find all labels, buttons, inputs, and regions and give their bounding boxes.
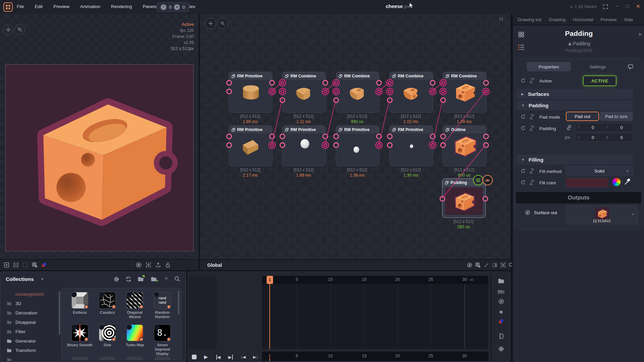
output-port[interactable]: [270, 143, 274, 147]
project-folder-icon[interactable]: [497, 277, 505, 285]
notification-badges[interactable]: ! 0 ✕ 0: [156, 2, 189, 12]
folder-3d[interactable]: 3D: [0, 299, 59, 308]
input-port[interactable]: [387, 142, 393, 148]
menu-file[interactable]: File: [15, 4, 25, 9]
node-graph-panel[interactable]: x1 RM Primitive [512 x 512]1.65 ms RM Co…: [200, 14, 511, 270]
unlink-icon[interactable]: [529, 126, 534, 131]
grid-scrollbar[interactable]: [178, 291, 179, 314]
preview-pan-button[interactable]: [3, 24, 13, 35]
output-port[interactable]: [323, 89, 327, 94]
preview-image[interactable]: [5, 64, 194, 251]
reset-icon[interactable]: [521, 180, 526, 185]
stop-button[interactable]: [191, 354, 198, 360]
reset-icon[interactable]: [521, 114, 526, 119]
menu-panels[interactable]: Panels: [141, 4, 158, 9]
folder-generator[interactable]: Generator: [0, 336, 59, 346]
pad-out-button[interactable]: Pad out: [566, 112, 599, 121]
global-timeline-ruler[interactable]: 1 5 10 15 20 25 30: [262, 352, 488, 361]
fill-color-swatch[interactable]: [566, 178, 608, 187]
output-port[interactable]: [323, 134, 328, 139]
close-button[interactable]: ✕: [636, 3, 640, 9]
selection-frame-icon[interactable]: [22, 262, 29, 268]
transition-icon[interactable]: [498, 333, 504, 340]
center-graph-icon[interactable]: [500, 262, 506, 268]
active-toggle-button[interactable]: ACTIVE: [583, 75, 616, 86]
timeline-grid[interactable]: [262, 284, 488, 349]
input-port[interactable]: [226, 80, 232, 86]
node-rm-primitive-prism[interactable]: RM Primitive [512 x 512]2.17 ms: [229, 125, 272, 166]
input-port[interactable]: [388, 89, 392, 94]
graph-zoom-button[interactable]: [217, 18, 228, 29]
output-port[interactable]: [377, 89, 381, 94]
tab-side[interactable]: Side: [624, 17, 633, 22]
input-port[interactable]: [280, 89, 284, 94]
draw-mode-icon[interactable]: [467, 262, 473, 268]
section-surfaces[interactable]: ▶Surfaces: [516, 89, 633, 99]
fill-method-dropdown[interactable]: Solid ▼: [566, 166, 633, 176]
collection-item-turbo-map[interactable]: Turbo Map: [121, 324, 148, 347]
output-port[interactable]: [270, 89, 274, 94]
padding-top-value[interactable]: 0: [582, 135, 604, 140]
unlink-icon[interactable]: [529, 169, 534, 174]
collection-item-sine[interactable]: Sine: [94, 324, 121, 347]
comment-icon[interactable]: [627, 63, 634, 70]
menu-preview[interactable]: Preview: [52, 4, 71, 9]
anaglyph-icon[interactable]: [498, 318, 504, 325]
surface-tool-icon[interactable]: [498, 298, 504, 305]
node-outline[interactable]: Outline [512 x 512]600 us: [443, 125, 486, 166]
node-rm-combine-3[interactable]: RM Combine [512 x 512]1.02 ms: [389, 72, 432, 113]
minimap-icon[interactable]: [492, 262, 498, 268]
collection-item-seven-segment[interactable]: 8. Seven Segment Display: [149, 324, 176, 356]
reset-icon[interactable]: [521, 78, 526, 83]
surface-out-value[interactable]: [1] 512x512 ▼: [566, 205, 638, 224]
input-port[interactable]: [333, 98, 339, 103]
anaglyph-3d-icon[interactable]: [41, 262, 47, 268]
clipped-thumb[interactable]: [154, 357, 170, 360]
pad-to-size-button[interactable]: Pad to size: [600, 112, 633, 121]
folder-uncategorized[interactable]: uncategorized: [0, 289, 59, 299]
playhead[interactable]: [269, 284, 270, 349]
collection-item-random-random[interactable]: randrand Random Random: [149, 292, 176, 319]
tab-drawing-ext[interactable]: Drawing ext: [518, 17, 541, 22]
current-frame-marker[interactable]: 1: [267, 276, 273, 284]
output-port[interactable]: [323, 80, 328, 86]
collection-item-binary-smooth[interactable]: Binary Smooth: [66, 324, 93, 347]
input-port[interactable]: [280, 134, 285, 139]
node-rm-primitive-cylinder[interactable]: RM Primitive [512 x 512]1.65 ms: [229, 72, 272, 113]
input-port[interactable]: [387, 134, 393, 139]
lock-preview-icon[interactable]: [165, 262, 171, 268]
px-unit-label[interactable]: px: [565, 135, 570, 140]
input-port[interactable]: [440, 98, 446, 103]
refresh-icon[interactable]: [125, 276, 132, 283]
unlink-icon[interactable]: [529, 180, 534, 185]
tab-properties[interactable]: Properties: [527, 62, 571, 71]
folder-transform[interactable]: Transform: [0, 346, 59, 355]
input-port[interactable]: [334, 89, 338, 94]
split-view-icon[interactable]: [13, 262, 19, 268]
output-port[interactable]: [431, 89, 435, 94]
settings-gear-icon[interactable]: [498, 346, 504, 352]
collapse-inspector-icon[interactable]: ▶: [639, 32, 642, 37]
output-port[interactable]: [483, 80, 489, 86]
tab-drawing[interactable]: Drawing: [549, 17, 566, 22]
grid-settings-icon[interactable]: [32, 262, 38, 268]
timeline-ruler[interactable]: 1 5 10 15 20 25 30: [262, 276, 488, 284]
padding-lr-input[interactable]: l0 r0: [575, 123, 633, 132]
export-preview-icon[interactable]: [155, 262, 161, 268]
connection-style-icon[interactable]: [483, 262, 489, 268]
input-port[interactable]: [387, 98, 393, 103]
padding-right-value[interactable]: 0: [610, 125, 633, 130]
node-rm-combine-2[interactable]: RM Combine [512 x 512]990 us: [336, 72, 379, 113]
output-port[interactable]: [430, 134, 436, 139]
eyedropper-icon[interactable]: [624, 178, 631, 185]
add-item-icon[interactable]: +: [164, 275, 168, 283]
grid-settings-icon[interactable]: [475, 262, 481, 268]
output-port[interactable]: [269, 134, 275, 139]
input-port[interactable]: [440, 196, 445, 202]
color-wheel-icon[interactable]: [611, 177, 622, 187]
folder-disappear[interactable]: Disappear: [0, 317, 59, 327]
input-port[interactable]: [333, 142, 339, 148]
tab-horizontal[interactable]: Horizontal: [573, 17, 593, 22]
next-keyframe-button[interactable]: ▶□: [250, 354, 260, 360]
render-toggle-icon[interactable]: [473, 175, 483, 185]
